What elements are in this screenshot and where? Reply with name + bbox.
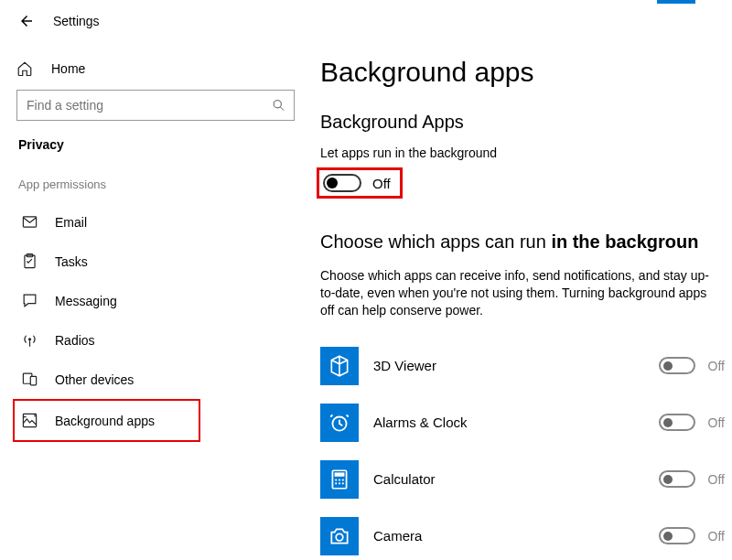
sidebar-item-tasks[interactable]: Tasks (16, 242, 295, 281)
svg-point-13 (339, 479, 340, 480)
radios-icon (20, 331, 38, 349)
sidebar-item-label: Messaging (55, 294, 117, 308)
svg-point-0 (274, 101, 281, 108)
home-icon (16, 60, 35, 77)
master-toggle-state: Off (372, 176, 391, 191)
app-toggle-state: Off (708, 472, 725, 487)
window-title: Settings (53, 14, 100, 28)
master-toggle-label: Let apps run in the background (320, 145, 732, 160)
search-icon (272, 99, 285, 113)
sidebar-section-label: Privacy (18, 137, 295, 152)
active-tab-indicator (657, 0, 695, 4)
sidebar-item-other-devices[interactable]: Other devices (16, 360, 295, 399)
camera-icon (320, 517, 359, 555)
sidebar-item-label: Background apps (55, 414, 155, 428)
svg-line-1 (280, 107, 284, 111)
svg-point-15 (335, 482, 337, 484)
app-toggle-3d-viewer[interactable] (659, 357, 695, 374)
sidebar-item-label: Email (55, 215, 87, 230)
app-row-calculator: Calculator Off (320, 451, 732, 508)
svg-rect-7 (30, 376, 36, 385)
app-toggle-state: Off (708, 359, 725, 373)
sidebar-group-label: App permissions (18, 178, 295, 191)
sidebar-item-email[interactable]: Email (16, 202, 295, 242)
sidebar-item-label: Radios (55, 333, 95, 348)
sidebar-item-background-apps[interactable]: Background apps (13, 399, 200, 442)
calculator-icon (320, 460, 359, 499)
tasks-icon (20, 253, 38, 270)
3d-viewer-icon (320, 347, 359, 385)
app-row-3d-viewer: 3D Viewer Off (320, 338, 732, 394)
app-row-alarms-clock: Alarms & Clock Off (320, 394, 732, 451)
sidebar: Home Privacy App permissions Email Tasks (0, 29, 311, 560)
search-box[interactable] (16, 90, 295, 121)
app-name: Camera (373, 528, 644, 544)
sidebar-item-label: Tasks (55, 254, 88, 269)
app-toggle-calculator[interactable] (659, 470, 695, 488)
sidebar-home-label: Home (51, 61, 85, 76)
choose-title: Choose which apps can run in the backgro… (320, 232, 732, 253)
other-devices-icon (20, 371, 38, 388)
master-toggle-row: Off (317, 167, 403, 199)
sidebar-item-label: Other devices (55, 372, 134, 387)
search-input[interactable] (16, 90, 295, 121)
svg-point-12 (335, 479, 337, 480)
email-icon (20, 213, 38, 231)
arrow-left-icon (18, 13, 35, 29)
section-subtitle: Background Apps (320, 112, 732, 133)
background-apps-icon (20, 412, 38, 429)
messaging-icon (20, 292, 38, 309)
app-toggle-alarms-clock[interactable] (659, 414, 695, 431)
svg-rect-11 (335, 472, 345, 476)
svg-point-16 (339, 482, 340, 484)
back-button[interactable] (18, 13, 35, 29)
sidebar-item-radios[interactable]: Radios (16, 320, 295, 360)
app-name: 3D Viewer (373, 358, 644, 373)
app-toggle-state: Off (708, 415, 725, 430)
master-toggle[interactable] (323, 174, 361, 192)
alarms-clock-icon (320, 404, 359, 442)
svg-point-14 (342, 479, 344, 480)
svg-point-17 (342, 482, 344, 484)
app-name: Calculator (373, 471, 644, 487)
sidebar-item-messaging[interactable]: Messaging (16, 281, 295, 320)
sidebar-home[interactable]: Home (16, 55, 295, 90)
svg-rect-2 (23, 217, 36, 227)
svg-point-18 (336, 533, 343, 541)
page-title: Background apps (320, 57, 732, 88)
topbar: Settings (0, 0, 732, 29)
choose-description: Choose which apps can receive info, send… (320, 267, 723, 319)
svg-point-5 (27, 338, 30, 340)
app-row-camera: Camera Off (320, 508, 732, 560)
app-toggle-state: Off (708, 529, 725, 544)
main-content: Background apps Background Apps Let apps… (311, 29, 732, 560)
app-toggle-camera[interactable] (659, 527, 695, 544)
app-name: Alarms & Clock (373, 415, 644, 430)
